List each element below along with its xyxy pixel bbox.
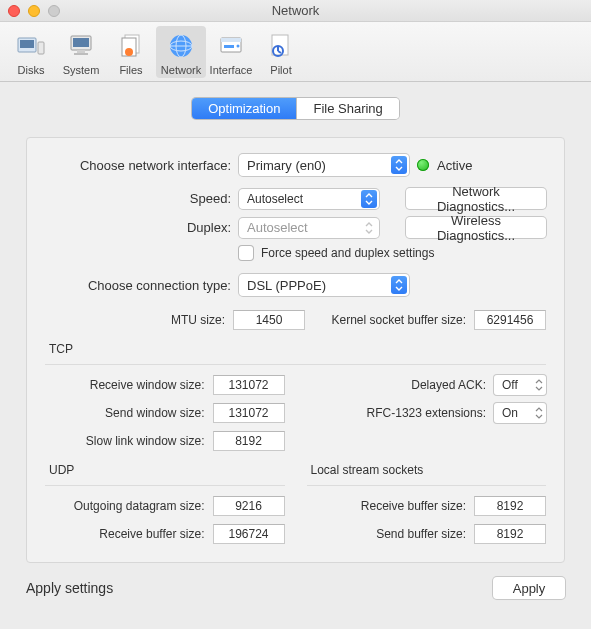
toolbar-label: Disks [6,64,56,76]
dropdown-caret-icon [361,190,377,208]
label-slowwin: Slow link window size: [55,434,205,448]
mtu-input[interactable]: 1450 [233,310,305,330]
toolbar-item-network[interactable]: Network [156,26,206,78]
connection-type-select[interactable]: DSL (PPPoE) [239,274,409,296]
lss-sbuf-input[interactable]: 8192 [474,524,546,544]
toolbar-item-pilot[interactable]: Pilot [256,26,306,78]
rfc-select[interactable]: On [494,403,546,423]
svg-rect-16 [224,45,234,48]
divider [45,364,546,365]
label-rfc: RFC-1323 extensions: [336,406,486,420]
network-diagnostics-button[interactable]: Network Diagnostics... [406,188,546,209]
group-tcp-label: TCP [49,342,546,356]
label-duplex: Duplex: [45,220,231,235]
dropdown-caret-icon [391,156,407,174]
svg-point-17 [237,45,240,48]
dack-select[interactable]: Off [494,375,546,395]
toolbar-item-interface[interactable]: Interface [206,26,256,78]
toolbar-label: System [56,64,106,76]
wireless-diagnostics-button[interactable]: Wireless Diagnostics... [406,217,546,238]
label-rwin: Receive window size: [55,378,205,392]
swin-input[interactable]: 131072 [213,403,285,423]
rfc-value: On [502,406,518,420]
divider [307,485,547,486]
system-icon [65,30,97,62]
dack-value: Off [502,378,518,392]
interface-value: Primary (en0) [247,158,326,173]
status-active-icon [417,159,429,171]
force-speed-checkbox[interactable] [239,246,253,260]
svg-rect-15 [221,38,241,42]
label-udp-rbuf: Receive buffer size: [55,527,205,541]
apply-button[interactable]: Apply [493,577,565,599]
divider [45,485,285,486]
settings-panel: Choose network interface: Primary (en0) … [26,137,565,563]
toolbar-label: Network [156,64,206,76]
pilot-icon [265,30,297,62]
content: Optimization File Sharing Choose network… [0,82,591,615]
titlebar: Network [0,0,591,22]
odg-input[interactable]: 9216 [213,496,285,516]
label-connection-type: Choose connection type: [45,278,231,293]
slowwin-input[interactable]: 8192 [213,431,285,451]
label-lss-sbuf: Send buffer size: [316,527,466,541]
dropdown-caret-icon [532,407,546,419]
tab-optimization[interactable]: Optimization [192,98,296,119]
toolbar: Disks System Files Network Interface Pil… [0,22,591,82]
network-icon [165,30,197,62]
speed-select[interactable]: Autoselect [239,189,379,209]
interface-icon [215,30,247,62]
svg-rect-6 [74,53,88,55]
svg-rect-4 [73,38,89,47]
duplex-value: Autoselect [247,220,308,235]
files-icon [115,30,147,62]
window-title: Network [0,3,591,18]
toolbar-item-disks[interactable]: Disks [6,26,56,78]
interface-select[interactable]: Primary (en0) [239,154,409,176]
svg-rect-5 [77,50,85,53]
label-mtu: MTU size: [171,313,225,327]
label-speed: Speed: [45,191,231,206]
rwin-input[interactable]: 131072 [213,375,285,395]
disks-icon [15,30,47,62]
lss-rbuf-input[interactable]: 8192 [474,496,546,516]
tab-file-sharing[interactable]: File Sharing [296,98,398,119]
svg-rect-1 [20,40,34,48]
apply-settings-label: Apply settings [26,580,113,596]
group-lss-label: Local stream sockets [311,463,547,477]
label-odg: Outgoing datagram size: [55,499,205,513]
group-udp-label: UDP [49,463,285,477]
svg-rect-2 [38,42,44,54]
dropdown-caret-icon [361,219,377,237]
toolbar-item-files[interactable]: Files [106,26,156,78]
kernel-buffer-input[interactable]: 6291456 [474,310,546,330]
label-dack: Delayed ACK: [336,378,486,392]
udp-rbuf-input[interactable]: 196724 [213,524,285,544]
toolbar-label: Pilot [256,64,306,76]
label-swin: Send window size: [55,406,205,420]
toolbar-label: Interface [206,64,256,76]
status-active-label: Active [437,158,472,173]
label-choose-interface: Choose network interface: [45,158,231,173]
svg-point-9 [125,48,133,56]
connection-type-value: DSL (PPPoE) [247,278,326,293]
speed-value: Autoselect [247,192,303,206]
tab-segmented-control: Optimization File Sharing [192,98,399,119]
duplex-select: Autoselect [239,218,379,238]
label-lss-rbuf: Receive buffer size: [316,499,466,513]
toolbar-label: Files [106,64,156,76]
label-kernel-buffer: Kernel socket buffer size: [331,313,466,327]
label-force-speed: Force speed and duplex settings [261,246,434,260]
dropdown-caret-icon [532,379,546,391]
dropdown-caret-icon [391,276,407,294]
toolbar-item-system[interactable]: System [56,26,106,78]
